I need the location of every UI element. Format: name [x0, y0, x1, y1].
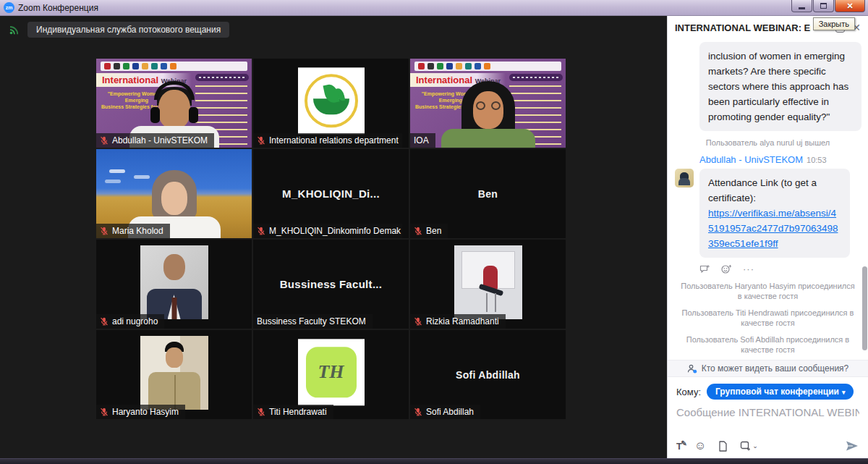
video-tile-adi[interactable]: adi nugroho [96, 240, 252, 329]
message-time: 10:53 [807, 156, 827, 164]
zoom-window: zm Zoom Конференция ✕ Закрыть Индивидуал… [0, 0, 868, 464]
mic-muted-icon [100, 136, 109, 145]
screenshot-icon[interactable]: ⌄ [740, 441, 758, 451]
sender-name[interactable]: Abdullah - UnivSTEKOM [699, 154, 803, 165]
participant-name-label: Titi Hendrawati [253, 405, 333, 419]
format-text-icon[interactable]: T [676, 441, 682, 452]
participant-name-label: Haryanto Hasyim [96, 405, 185, 419]
maximize-button[interactable] [813, 0, 834, 12]
participant-name-label: Rizkia Ramadhanti [410, 314, 506, 329]
video-tile-bussiness-faculty[interactable]: Bussiness Facult... Bussiness Faculty ST… [253, 240, 409, 329]
zoom-app-icon: zm [4, 2, 14, 13]
chat-message-bubble: Attendance Link (to get a certificate): … [699, 169, 850, 258]
participant-name-label: Ben [410, 224, 448, 238]
system-message: Пользователь alya nurul uj вышел [679, 138, 856, 148]
video-tile-ioa[interactable]: International Webinar "Empowering Women … [410, 59, 566, 148]
participant-name-label: IOA [410, 133, 435, 148]
window-title: Zoom Конференция [18, 3, 98, 13]
participant-name-label: Maria Kholod [96, 224, 170, 238]
video-tile-rizkia[interactable]: Rizkia Ramadhanti [410, 240, 566, 329]
meeting-main-area: Индивидуальная служба потокового вещания… [0, 16, 667, 458]
compose-area: Кому: Групповой чат конференции▾ Сообщен… [668, 377, 868, 458]
video-tile-maria[interactable]: Maria Kholod [96, 149, 252, 238]
screenshot-chevron-icon[interactable]: ⌄ [752, 442, 758, 450]
video-tile-intl-relations[interactable]: International relations department [253, 59, 409, 148]
chat-scrollbar[interactable] [862, 266, 867, 350]
stream-badge: Индивидуальная служба потокового вещания [27, 22, 229, 38]
university-logo [298, 67, 365, 134]
chat-message-list[interactable]: inclusion of women in emerging markets? … [668, 39, 868, 360]
avatar[interactable] [675, 169, 694, 187]
participant-photo [140, 336, 208, 410]
system-message: Пользователь Haryanto Hasyim присоединил… [679, 281, 856, 301]
reply-icon[interactable] [699, 264, 710, 274]
mic-muted-icon [414, 227, 422, 235]
mic-muted-icon [100, 408, 109, 416]
mic-muted-icon [257, 408, 265, 416]
message-more-icon[interactable]: ··· [743, 263, 754, 274]
participant-photo [140, 245, 208, 319]
participant-name-label: Bussiness Faculty STEKOM [253, 314, 373, 329]
who-can-see-icon [687, 364, 697, 374]
close-button[interactable]: ✕ [835, 0, 865, 12]
participant-name-label: International relations department [253, 133, 402, 148]
participant-video-person [434, 78, 542, 148]
message-input[interactable]: Сообщение INTERNATIONAL WEBINAR: ... [676, 406, 859, 418]
to-label: Кому: [676, 387, 701, 397]
participant-photo [454, 245, 522, 319]
video-grid: International Webinar "Empowering Women … [96, 59, 566, 419]
participant-name-label: adi nugroho [96, 314, 164, 329]
chat-title: INTERNATIONAL WEBINAR: Emp... [675, 22, 811, 33]
mic-muted-icon [100, 227, 109, 235]
video-tile-mkholiqin[interactable]: M_KHOLIQIN_Di... M_KHOLIQIN_Dinkominfo D… [253, 149, 409, 238]
mic-muted-icon [414, 408, 422, 416]
live-stream-icon [9, 24, 20, 35]
chat-panel: INTERNATIONAL WEBINAR: Emp... ··· ✕ incl… [667, 16, 868, 458]
chat-message-bubble: inclusion of women in emerging markets? … [699, 42, 861, 131]
attendance-link[interactable]: https://verifikasi.me/absensi/45191957ac… [708, 208, 838, 249]
participant-name-label: Sofi Abdillah [410, 405, 480, 419]
privacy-note[interactable]: Кто может видеть ваши сообщения? [668, 360, 868, 377]
close-tooltip: Закрыть [813, 17, 855, 30]
add-reaction-icon[interactable] [721, 264, 732, 274]
video-tile-ben[interactable]: Ben Ben [410, 149, 566, 238]
recipient-selector[interactable]: Групповой чат конференции▾ [707, 384, 854, 400]
window-bottom-border [0, 458, 868, 464]
video-tile-titi[interactable]: TH Titi Hendrawati [253, 330, 409, 419]
emoji-icon[interactable]: ☺ [694, 440, 706, 452]
minimize-button[interactable] [791, 0, 812, 12]
th-monogram-logo: TH [298, 339, 365, 405]
message-actions: ··· [699, 263, 861, 274]
video-tile-abdullah[interactable]: International Webinar "Empowering Women … [96, 59, 252, 148]
mic-muted-icon [257, 227, 265, 235]
participant-name-label: Abdullah - UnivSTEKOM [96, 133, 214, 148]
message-sender: Abdullah - UnivSTEKOM10:53 [699, 154, 861, 165]
mic-muted-icon [100, 317, 109, 326]
send-button[interactable] [845, 439, 859, 452]
participant-name-label: M_KHOLIQIN_Dinkominfo Demak [253, 224, 402, 238]
mic-muted-icon [414, 317, 422, 326]
title-bar[interactable]: zm Zoom Конференция ✕ [0, 0, 868, 16]
video-tile-sofi[interactable]: Sofi Abdillah Sofi Abdillah [410, 330, 566, 419]
system-message: Пользователь Titi Hendrawati присоединил… [679, 308, 856, 328]
mic-muted-icon [257, 136, 265, 145]
attach-file-icon[interactable] [718, 441, 728, 452]
system-message: Пользователь Sofi Abdillah присоединился… [679, 334, 856, 355]
video-tile-haryanto[interactable]: Haryanto Hasyim [96, 330, 252, 419]
